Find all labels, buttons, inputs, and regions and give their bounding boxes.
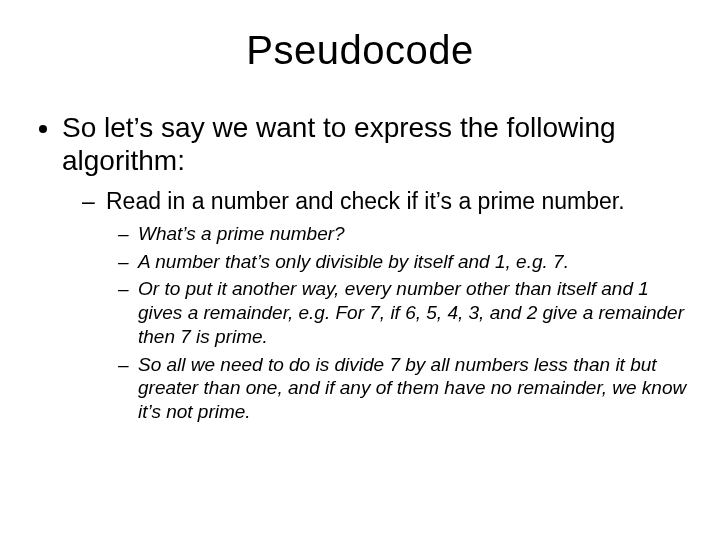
bullet-list-level3: What’s a prime number? A number that’s o… [118,222,690,424]
bullet-level3-text: What’s a prime number? [138,223,345,244]
bullet-level3-item: What’s a prime number? [118,222,690,246]
bullet-level3-text: A number that’s only divisible by itself… [138,251,569,272]
bullet-list-level1: So let’s say we want to express the foll… [38,111,690,424]
bullet-level1-item: So let’s say we want to express the foll… [62,111,690,424]
bullet-level1-text: So let’s say we want to express the foll… [62,112,616,176]
bullet-level3-item: So all we need to do is divide 7 by all … [118,353,690,424]
bullet-level2-text: Read in a number and check if it’s a pri… [106,188,625,214]
bullet-list-level2: Read in a number and check if it’s a pri… [82,187,690,424]
slide-title: Pseudocode [30,28,690,73]
bullet-level3-text: Or to put it another way, every number o… [138,278,684,347]
bullet-level3-text: So all we need to do is divide 7 by all … [138,354,686,423]
bullet-level2-item: Read in a number and check if it’s a pri… [82,187,690,424]
slide: Pseudocode So let’s say we want to expre… [0,0,720,540]
bullet-level3-item: A number that’s only divisible by itself… [118,250,690,274]
bullet-level3-item: Or to put it another way, every number o… [118,277,690,348]
